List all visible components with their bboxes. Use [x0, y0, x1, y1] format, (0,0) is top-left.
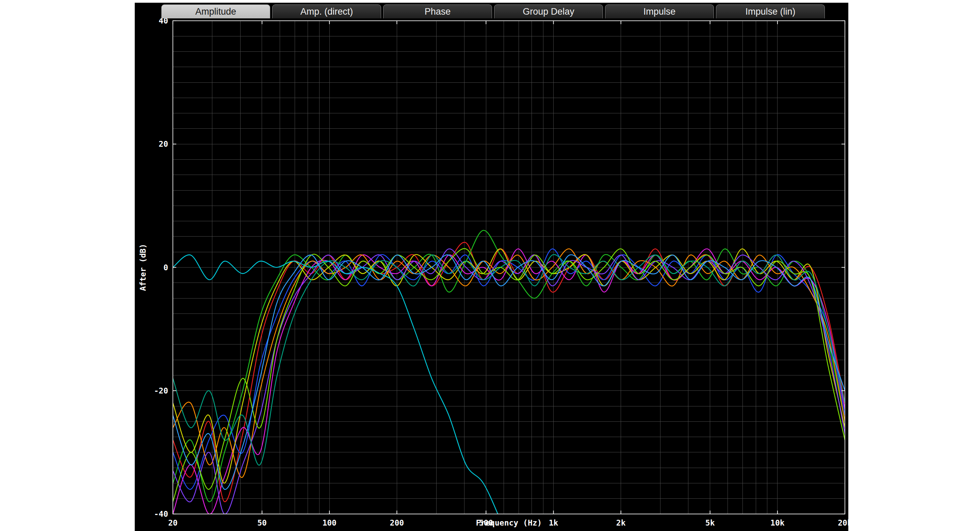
x-tick-label: 2k: [616, 518, 626, 527]
x-tick-label: 1k: [549, 518, 558, 527]
x-tick-label: 20: [168, 518, 178, 527]
curve-magenta: [173, 249, 845, 514]
tab-impulse-lin[interactable]: Impulse (lin): [716, 5, 825, 18]
response-curves: [173, 230, 845, 531]
y-tick-label: 20: [159, 140, 168, 148]
tab-impulse[interactable]: Impulse: [605, 5, 714, 18]
y-tick-label: -40: [154, 510, 168, 518]
curve-orange: [173, 249, 845, 478]
y-tick-label: -20: [154, 386, 168, 395]
analyzer-window: Amplitude Amp. (direct) Phase Group Dela…: [135, 3, 848, 531]
x-tick-label: 200: [390, 518, 404, 527]
y-axis-label: After (dB): [138, 244, 147, 291]
x-tick-label: 5k: [705, 518, 715, 527]
tab-group-delay[interactable]: Group Delay: [494, 5, 603, 18]
x-axis-label: Frequency (Hz): [476, 518, 542, 527]
x-tick-label: 100: [322, 518, 337, 527]
y-tick-label: 40: [159, 18, 168, 25]
tab-bar: Amplitude Amp. (direct) Phase Group Dela…: [161, 5, 825, 18]
x-tick-label: 50: [257, 518, 267, 527]
tab-amplitude[interactable]: Amplitude: [161, 5, 270, 18]
x-tick-label: 10k: [770, 518, 785, 527]
y-tick-label: 0: [163, 263, 168, 272]
tab-amp-direct[interactable]: Amp. (direct): [272, 5, 381, 18]
page-background: Amplitude Amp. (direct) Phase Group Dela…: [0, 0, 980, 531]
frequency-response-chart[interactable]: 40200-20-4020501002005001k2k5k10k20kFreq…: [135, 18, 848, 531]
x-tick-label: 20k: [838, 518, 848, 527]
curve-purple: [173, 249, 845, 514]
tab-phase[interactable]: Phase: [383, 5, 492, 18]
curve-green: [173, 230, 845, 502]
